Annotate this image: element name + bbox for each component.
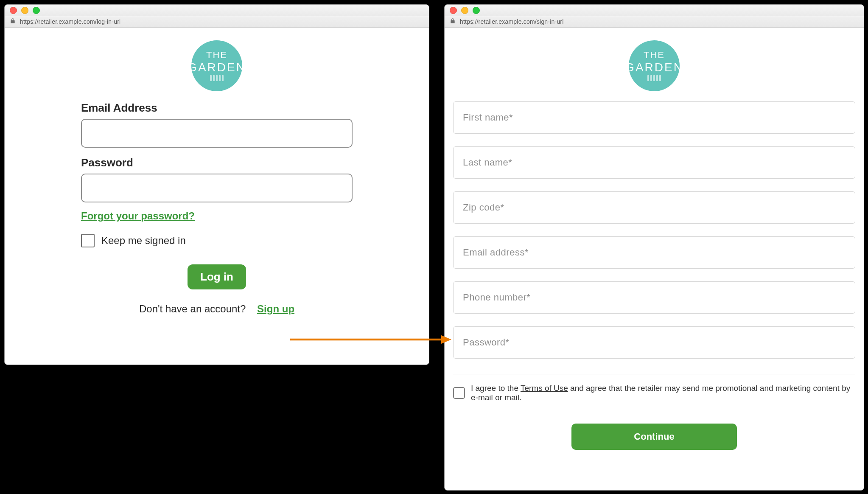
agree-terms-checkbox[interactable] (453, 387, 465, 399)
logo-flowers-icon (647, 75, 661, 81)
no-account-text: Don't have an account? (139, 303, 246, 314)
logo-line1: THE (644, 51, 665, 60)
password-input[interactable] (81, 174, 353, 202)
forgot-password-link[interactable]: Forgot your password? (81, 210, 195, 222)
logo-line2: GARDEN (188, 62, 246, 73)
lock-icon (450, 18, 456, 25)
password-label: Password (81, 156, 353, 169)
agree-terms-row: I agree to the Terms of Use and agree th… (453, 384, 855, 402)
continue-button[interactable]: Continue (571, 424, 737, 450)
signup-link[interactable]: Sign up (257, 303, 294, 314)
signup-prompt-row: Don't have an account? Sign up (81, 303, 353, 315)
minimize-window-button[interactable] (461, 7, 468, 14)
last-name-input[interactable] (453, 146, 855, 179)
logo-flowers-icon (210, 75, 224, 81)
traffic-lights (10, 7, 40, 14)
phone-number-input[interactable] (453, 281, 855, 314)
agree-terms-text: I agree to the Terms of Use and agree th… (471, 384, 855, 402)
agree-prefix: I agree to the (471, 384, 521, 393)
close-window-button[interactable] (10, 7, 17, 14)
email-label: Email Address (81, 101, 353, 115)
traffic-lights (450, 7, 480, 14)
signup-browser-window: https://retailer.example.com/sign-in-url… (444, 4, 864, 491)
terms-of-use-link[interactable]: Terms of Use (521, 384, 568, 393)
brand-logo: THE GARDEN (191, 40, 242, 91)
zip-code-input[interactable] (453, 191, 855, 224)
maximize-window-button[interactable] (473, 7, 480, 14)
email-input[interactable] (81, 119, 353, 148)
window-titlebar (5, 5, 429, 16)
address-url: https://retailer.example.com/sign-in-url (460, 18, 564, 25)
address-bar[interactable]: https://retailer.example.com/log-in-url (5, 16, 429, 28)
forgot-password-row: Forgot your password? (81, 210, 353, 222)
login-browser-window: https://retailer.example.com/log-in-url … (4, 4, 429, 365)
maximize-window-button[interactable] (33, 7, 40, 14)
address-bar[interactable]: https://retailer.example.com/sign-in-url (445, 16, 864, 28)
lock-icon (10, 18, 16, 25)
signup-password-input[interactable] (453, 326, 855, 359)
brand-logo: THE GARDEN (629, 40, 680, 91)
email-address-input[interactable] (453, 236, 855, 269)
login-button[interactable]: Log in (188, 264, 246, 289)
close-window-button[interactable] (450, 7, 457, 14)
minimize-window-button[interactable] (21, 7, 28, 14)
keep-signed-in-label[interactable]: Keep me signed in (101, 235, 186, 247)
window-titlebar (445, 5, 864, 16)
address-url: https://retailer.example.com/log-in-url (20, 18, 120, 25)
logo-line2: GARDEN (625, 62, 683, 73)
first-name-input[interactable] (453, 101, 855, 134)
signup-page: THE GARDEN I agree to the Terms of Use a… (445, 28, 864, 490)
logo-line1: THE (206, 51, 227, 60)
login-page: THE GARDEN Email Address Password Forgot… (5, 28, 429, 365)
divider (453, 374, 855, 374)
keep-signed-in-checkbox[interactable] (81, 234, 95, 247)
